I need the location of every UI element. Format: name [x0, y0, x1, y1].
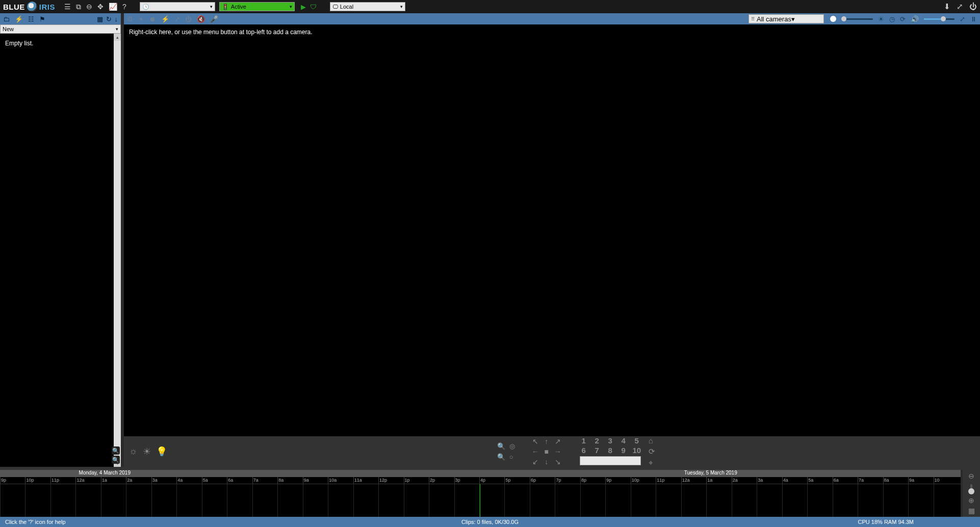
hour-label: 2p: [430, 478, 435, 483]
zoom-out-icon[interactable]: 🔍: [497, 453, 505, 461]
alerts-icon[interactable]: ⚡: [15, 15, 23, 23]
titlebar-left-icons: ☰ ⧉ ⊖ ✥ 📈 ?: [64, 3, 126, 11]
sub-toolbar: 🗀 ⚡ ☷ ⚑ ▦ ↻ ↓ ⚙ ☀ ⏺ ⚡ ↗ ⏻ 🔇 🎤 ⠿ All came…: [0, 13, 980, 24]
ptz-up-right-icon[interactable]: ↗: [553, 437, 563, 446]
calendar-icon[interactable]: ▦: [97, 15, 103, 23]
expand-icon[interactable]: ⤢: [960, 15, 965, 23]
clock-icon: 🕓: [142, 4, 149, 10]
location-icon[interactable]: ⌖: [649, 458, 655, 467]
pause-icon[interactable]: ⏸: [970, 15, 977, 23]
tl-plus-icon[interactable]: ⊕: [968, 496, 974, 505]
record-indicator[interactable]: [830, 16, 836, 22]
timeline-hours: 9p10p11p12a1a2a3a4a5a6a7a8a9a10a11a12p1p…: [0, 477, 961, 484]
timeline-track[interactable]: [0, 484, 961, 517]
speaker-icon[interactable]: 🔇: [197, 15, 205, 23]
ir-light-icon[interactable]: 💡: [156, 446, 167, 457]
help-icon[interactable]: ?: [122, 3, 126, 11]
tl-calendar-icon[interactable]: ▦: [968, 507, 975, 515]
flag-icon[interactable]: ⚑: [39, 15, 45, 23]
sidebar-scrollbar[interactable]: ▴ ▾: [114, 34, 121, 467]
zoom-in-icon[interactable]: 🔍: [497, 442, 505, 450]
sort-down-icon[interactable]: ↓: [115, 15, 118, 23]
volume-slider[interactable]: [924, 18, 955, 20]
camera-select[interactable]: ⠿ All cameras ▾: [749, 14, 824, 23]
preset-2[interactable]: 2: [591, 436, 603, 445]
preset-4[interactable]: 4: [618, 436, 629, 445]
gear-icon[interactable]: ⚙: [127, 15, 133, 23]
status-clips-label: Clips: 0 files, 0K/30.0G: [461, 519, 519, 525]
brightness-down-icon[interactable]: ☼: [129, 446, 138, 457]
clip-list[interactable]: Empty list.: [0, 34, 121, 467]
zoom-out-icon[interactable]: 🔍: [112, 456, 120, 464]
timeline-main[interactable]: Monday, 4 March 2019 Tuesday, 5 March 20…: [0, 470, 961, 517]
preset-5[interactable]: 5: [631, 436, 642, 445]
clips-icon[interactable]: 🗀: [3, 15, 10, 23]
server-select-value: Local: [340, 4, 353, 10]
layers-icon[interactable]: ☷: [28, 15, 34, 23]
ptz-stop-icon[interactable]: ■: [541, 447, 552, 456]
ptz-right-icon[interactable]: →: [553, 447, 563, 456]
zoom-in-icon[interactable]: 🔍: [112, 446, 120, 455]
profile-select-value: Active: [231, 4, 246, 10]
volume-icon[interactable]: 🔊: [911, 15, 919, 23]
status-sys-label: CPU 18% RAM 94.3M: [858, 519, 914, 525]
schedule-select[interactable]: 🕓 ▾: [140, 2, 215, 11]
move-icon[interactable]: ✥: [97, 3, 104, 11]
preset-6[interactable]: 6: [578, 446, 589, 455]
scroll-track[interactable]: [114, 41, 121, 460]
timer-icon[interactable]: ◷: [889, 15, 895, 23]
record-icon[interactable]: ⏺: [149, 15, 156, 23]
mic-icon[interactable]: 🎤: [210, 15, 218, 23]
refresh-clock-icon[interactable]: ↻: [106, 15, 112, 23]
timeline-zoom-slider[interactable]: [970, 484, 972, 492]
brightness-icon[interactable]: ☀: [878, 15, 884, 23]
hour-label: 11p: [657, 478, 664, 483]
ptz-down-right-icon[interactable]: ↘: [553, 457, 563, 466]
chart-icon[interactable]: 📈: [109, 3, 117, 11]
ptz-down-left-icon[interactable]: ↙: [530, 457, 540, 466]
play-icon[interactable]: ▶: [301, 3, 306, 11]
sun-icon[interactable]: ☀: [138, 15, 144, 23]
preset-name-input[interactable]: [580, 456, 641, 465]
list-icon[interactable]: ☰: [64, 3, 71, 11]
preset-3[interactable]: 3: [605, 436, 616, 445]
power-icon[interactable]: ⏻: [969, 2, 977, 11]
focus-near-icon[interactable]: ◎: [509, 442, 515, 450]
ptz-up-icon[interactable]: ↑: [541, 437, 552, 446]
preset-8[interactable]: 8: [605, 446, 616, 455]
tl-minus-icon[interactable]: ⊖: [968, 472, 974, 480]
shield-icon[interactable]: 🛡: [310, 3, 317, 11]
profile-select[interactable]: 🚦 Active ▾: [219, 2, 295, 11]
ptz-down-icon[interactable]: ↓: [541, 457, 552, 466]
popout-icon[interactable]: ↗: [174, 15, 180, 23]
hour-label: 7p: [556, 478, 561, 483]
folder-select[interactable]: New ▾: [0, 24, 121, 34]
cycle-icon[interactable]: ⟳: [649, 447, 655, 456]
status-bar: Click the '?' icon for help Clips: 0 fil…: [0, 517, 980, 527]
brightness-up-icon[interactable]: ☀: [143, 446, 151, 457]
server-select[interactable]: 🖵 Local ▾: [330, 2, 405, 11]
ptz-up-left-icon[interactable]: ↖: [530, 437, 540, 446]
scroll-up-icon[interactable]: ▴: [114, 34, 121, 41]
exposure-slider[interactable]: [842, 18, 873, 20]
preset-10[interactable]: 10: [631, 446, 642, 455]
ptz-left-icon[interactable]: ←: [530, 447, 540, 456]
preset-1[interactable]: 1: [578, 436, 589, 445]
timeline-date-2: Tuesday, 5 March 2019: [684, 470, 737, 476]
home-icon[interactable]: ⌂: [649, 436, 655, 445]
toolbar-power-icon[interactable]: ⏻: [185, 15, 192, 23]
no-entry-icon[interactable]: ⊖: [86, 3, 92, 11]
preset-9[interactable]: 9: [618, 446, 629, 455]
snapshot-icon[interactable]: ⚡: [161, 15, 169, 23]
logo-text-iris: IRIS: [39, 3, 55, 11]
camera-viewer[interactable]: Right-click here, or use the menu button…: [124, 24, 980, 436]
camera-menu-icon[interactable]: ⧉: [76, 3, 81, 11]
focus-far-icon[interactable]: ○: [509, 453, 513, 461]
hour-label: 1a: [707, 478, 712, 483]
chevron-down-icon: ▾: [290, 4, 292, 9]
download-icon[interactable]: ⬇: [944, 2, 950, 11]
sync-icon[interactable]: ⟳: [900, 15, 906, 23]
preset-7[interactable]: 7: [591, 446, 603, 455]
hour-label: 6a: [834, 478, 839, 483]
fullscreen-icon[interactable]: ⤢: [957, 2, 963, 11]
